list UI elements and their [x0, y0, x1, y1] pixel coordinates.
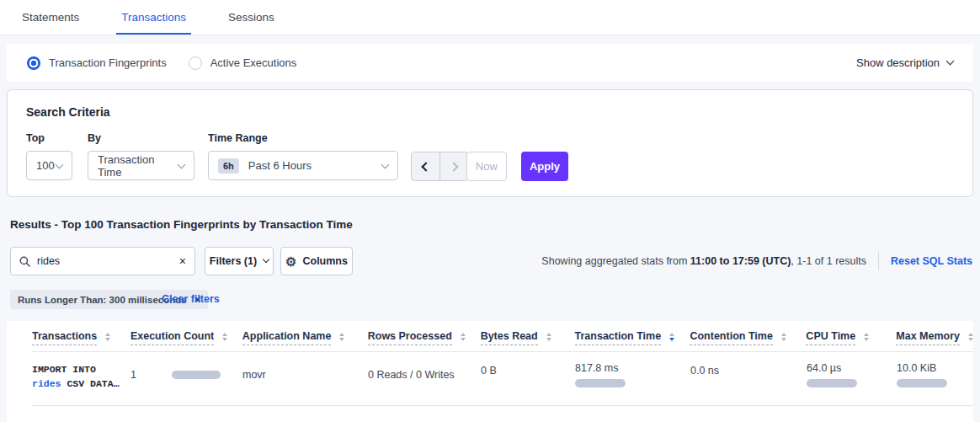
radio-label: Active Executions: [210, 56, 297, 69]
chevron-down-icon: [946, 57, 955, 66]
transaction-statement-line2: rides CSV DATA…: [32, 377, 130, 391]
max-memory-cell: 10.0 KiB: [897, 362, 973, 387]
top-label: Top: [26, 132, 72, 144]
execution-count-bar: [172, 371, 221, 379]
top-select-value: 100: [36, 159, 55, 172]
radio-selected-icon[interactable]: [27, 56, 40, 70]
sort-icon-active-desc[interactable]: [669, 333, 674, 341]
time-range-field: Time Range 6h Past 6 Hours: [208, 132, 398, 180]
column-header-contention-time[interactable]: Contention Time: [690, 330, 806, 345]
by-select-value: Transaction Time: [98, 153, 178, 179]
tab-transactions[interactable]: Transactions: [120, 0, 188, 35]
time-range-label: Time Range: [208, 132, 398, 144]
chevron-down-icon: [178, 160, 186, 168]
tab-sessions[interactable]: Sessions: [226, 0, 276, 35]
show-description-label: Show description: [856, 56, 940, 69]
results-search-box[interactable]: ×: [10, 247, 195, 275]
sort-icon[interactable]: [864, 333, 869, 341]
stats-time-range: 11:00 to 17:59 (UTC): [690, 255, 791, 267]
contention-time-value: 0.0 ns: [690, 365, 719, 377]
search-input[interactable]: [37, 255, 179, 267]
time-range-pager: [411, 152, 468, 181]
clear-search-icon[interactable]: ×: [179, 255, 186, 267]
radio-label: Transaction Fingerprints: [49, 56, 167, 69]
apply-button[interactable]: Apply: [521, 152, 568, 181]
top-field: Top 100: [26, 132, 72, 180]
transaction-time-value: 817.8 ms: [575, 362, 690, 374]
sort-icon[interactable]: [546, 333, 551, 341]
sort-icon[interactable]: [461, 333, 466, 341]
time-range-badge: 6h: [218, 158, 239, 174]
sort-icon[interactable]: [105, 333, 110, 341]
cpu-time-value: 64.0 µs: [807, 362, 897, 374]
column-header-max-memory[interactable]: Max Memory: [896, 330, 973, 345]
results-heading: Results - Top 100 Transaction Fingerprin…: [10, 218, 353, 231]
by-field: By Transaction Time: [88, 132, 194, 180]
max-memory-value: 10.0 KiB: [897, 362, 973, 374]
cpu-time-cell: 64.0 µs: [807, 362, 897, 387]
max-memory-bar: [897, 379, 947, 387]
highlighted-table-name: rides: [32, 378, 61, 389]
next-time-range-button[interactable]: [439, 152, 467, 180]
column-header-application-name[interactable]: Application Name: [242, 330, 368, 345]
table-row: IMPORT INTO rides CSV DATA… 1 movr 0 Rea…: [32, 352, 973, 406]
table-header-row: Transactions Execution Count Application…: [32, 321, 973, 352]
execution-count-value: 1: [130, 369, 136, 381]
column-header-rows-processed[interactable]: Rows Processed: [368, 330, 481, 345]
column-header-execution-count[interactable]: Execution Count: [130, 330, 242, 345]
clear-filters-link[interactable]: Clear filters: [162, 293, 220, 305]
top-select[interactable]: 100: [26, 151, 72, 180]
stats-suffix: , 1-1 of 1 results: [791, 255, 866, 267]
transactions-table: Transactions Execution Count Application…: [7, 321, 973, 422]
search-icon: [19, 256, 30, 267]
by-label: By: [88, 132, 194, 144]
view-toggle-bar: Transaction Fingerprints Active Executio…: [7, 44, 973, 82]
sort-icon[interactable]: [222, 333, 227, 341]
column-header-transaction-time[interactable]: Transaction Time: [575, 330, 690, 345]
column-header-bytes-read[interactable]: Bytes Read: [481, 330, 575, 345]
cpu-time-bar: [807, 379, 857, 387]
statement-rest: CSV DATA…: [61, 378, 120, 389]
sort-icon[interactable]: [968, 333, 973, 341]
transaction-time-bar: [575, 379, 626, 387]
column-label: Max Memory: [896, 330, 960, 345]
chevron-left-icon: [421, 162, 430, 171]
column-label: Bytes Read: [481, 330, 538, 345]
by-select[interactable]: Transaction Time: [88, 151, 194, 180]
rows-processed-value: 0 Reads / 0 Writes: [368, 369, 455, 381]
transaction-time-cell: 817.8 ms: [575, 362, 690, 387]
sort-icon[interactable]: [781, 333, 786, 341]
radio-transaction-fingerprints[interactable]: Transaction Fingerprints: [27, 56, 167, 70]
chevron-right-icon: [449, 162, 458, 171]
column-label: Transaction Time: [575, 330, 662, 345]
column-label: Rows Processed: [368, 330, 452, 345]
search-criteria-card: Search Criteria Top 100 By Transaction T…: [7, 89, 973, 197]
column-header-transactions[interactable]: Transactions: [32, 330, 130, 345]
column-label: Transactions: [32, 330, 97, 345]
column-header-cpu-time[interactable]: CPU Time: [806, 330, 896, 345]
execution-count-cell: 1: [130, 369, 242, 381]
chevron-down-icon: [381, 160, 390, 168]
gear-icon: ⚙: [285, 255, 296, 268]
time-range-value: Past 6 Hours: [248, 159, 312, 172]
previous-time-range-button[interactable]: [412, 152, 439, 180]
radio-active-executions[interactable]: Active Executions: [189, 56, 297, 70]
chevron-down-icon: [263, 256, 269, 263]
filters-button[interactable]: Filters (1): [205, 247, 274, 275]
now-button[interactable]: Now: [466, 152, 507, 181]
aggregation-stats: Showing aggregated stats from 11:00 to 1…: [541, 247, 972, 275]
radio-unselected-icon[interactable]: [189, 56, 202, 70]
sort-icon[interactable]: [339, 333, 344, 341]
time-range-select[interactable]: 6h Past 6 Hours: [208, 151, 398, 180]
tab-statements[interactable]: Statements: [20, 0, 81, 35]
column-label: Execution Count: [130, 330, 214, 345]
reset-sql-stats-link[interactable]: Reset SQL Stats: [891, 255, 972, 267]
chevron-down-icon: [56, 160, 64, 168]
stats-prefix: Showing aggregated stats from: [541, 255, 690, 267]
column-label: Contention Time: [690, 330, 772, 345]
columns-button[interactable]: ⚙ Columns: [280, 247, 353, 275]
bytes-read-value: 0 B: [481, 365, 497, 377]
transaction-fingerprint-link[interactable]: IMPORT INTO rides CSV DATA…: [32, 362, 130, 391]
column-label: CPU Time: [806, 330, 855, 345]
show-description-toggle[interactable]: Show description: [856, 56, 953, 69]
